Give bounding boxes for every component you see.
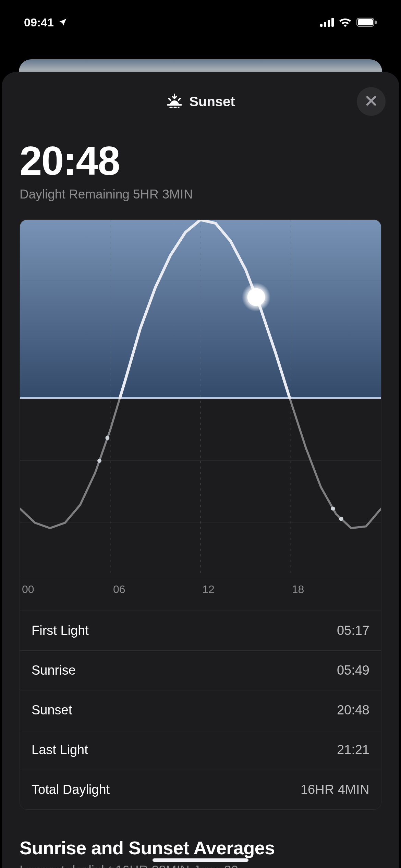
row-label: Last Light — [32, 743, 88, 757]
hours-value: 5 — [133, 187, 140, 201]
averages-section: Sunrise and Sunset Averages Longest dayl… — [20, 837, 381, 868]
minutes-unit: MIN — [169, 187, 193, 201]
row-label: Sunset — [32, 703, 72, 718]
svg-rect-6 — [375, 21, 377, 24]
today-row: Sunrise05:49 — [20, 650, 381, 690]
svg-point-28 — [97, 459, 101, 463]
svg-rect-0 — [320, 24, 323, 27]
row-value: 21:21 — [337, 743, 369, 757]
row-label: First Light — [32, 623, 89, 638]
sub-min-unit: MIN — [166, 863, 190, 868]
hr-unit: HR — [315, 782, 334, 797]
sun-chart-card: 00 06 12 18 First Light05:17Sunrise05:49… — [20, 219, 381, 810]
minutes-value: 3 — [162, 187, 169, 201]
location-arrow-icon — [58, 17, 68, 27]
hours-unit: HR — [140, 187, 159, 201]
svg-point-33 — [247, 288, 265, 306]
sheet-title: Sunset — [189, 94, 235, 109]
close-button[interactable] — [357, 87, 386, 116]
x-tick: 12 — [202, 583, 215, 596]
today-rows: First Light05:17Sunrise05:49Sunset20:48L… — [20, 611, 381, 770]
row-value: 05:49 — [337, 663, 369, 678]
total-daylight-value: 16HR 4MIN — [301, 782, 369, 797]
x-tick: 06 — [113, 583, 125, 596]
averages-title: Sunrise and Sunset Averages — [20, 837, 381, 858]
daylight-remaining-label: Daylight Remaining — [20, 187, 133, 201]
status-left: 09:41 — [24, 16, 68, 29]
total-minutes: 4 — [338, 782, 345, 797]
total-hours: 16 — [301, 782, 315, 797]
sunset-time: 20:48 — [20, 141, 381, 181]
sub-date: June 20 — [193, 863, 238, 868]
x-tick: 18 — [292, 583, 304, 596]
svg-rect-5 — [358, 19, 373, 25]
row-value: 05:17 — [337, 623, 369, 638]
today-row: Sunset20:48 — [20, 690, 381, 730]
daylight-remaining: Daylight Remaining 5HR 3MIN — [20, 187, 381, 202]
svg-point-31 — [339, 517, 343, 521]
status-time: 09:41 — [24, 16, 54, 29]
sub-minutes: 38 — [152, 863, 166, 868]
status-bar: 09:41 — [0, 0, 401, 45]
chart-x-axis: 00 06 12 18 — [20, 583, 381, 604]
sub-hours: 16 — [116, 863, 130, 868]
hero: 20:48 Daylight Remaining 5HR 3MIN — [2, 117, 399, 205]
total-daylight-row: Total Daylight 16HR 4MIN — [20, 770, 381, 809]
svg-point-30 — [331, 506, 335, 510]
svg-rect-1 — [324, 22, 326, 27]
sunset-icon — [166, 94, 183, 109]
battery-icon — [356, 17, 377, 27]
close-icon — [365, 95, 377, 108]
today-row: First Light05:17 — [20, 611, 381, 650]
sheet-header: Sunset — [2, 86, 399, 117]
today-row: Last Light21:21 — [20, 730, 381, 770]
x-tick: 00 — [22, 583, 34, 596]
svg-rect-3 — [331, 18, 334, 27]
row-label: Sunrise — [32, 663, 76, 678]
svg-point-29 — [105, 436, 109, 440]
sub-hr-unit: HR — [130, 863, 148, 868]
solar-elevation-chart[interactable]: 00 06 12 18 — [20, 220, 381, 611]
averages-subtitle: Longest daylight:16HR 38MIN June 20 — [20, 863, 381, 868]
svg-line-10 — [169, 98, 170, 100]
svg-rect-2 — [328, 20, 330, 27]
sunset-detail-sheet: Sunset 20:48 Daylight Remaining 5HR 3MIN — [2, 72, 399, 868]
row-value: 20:48 — [337, 703, 369, 718]
sub-prefix: Longest daylight: — [20, 863, 116, 868]
total-daylight-label: Total Daylight — [32, 782, 110, 797]
wifi-icon — [339, 17, 352, 27]
svg-line-11 — [179, 98, 180, 100]
home-indicator[interactable] — [153, 858, 248, 862]
status-right — [320, 17, 377, 27]
min-unit: MIN — [345, 782, 369, 797]
cellular-icon — [320, 18, 334, 27]
